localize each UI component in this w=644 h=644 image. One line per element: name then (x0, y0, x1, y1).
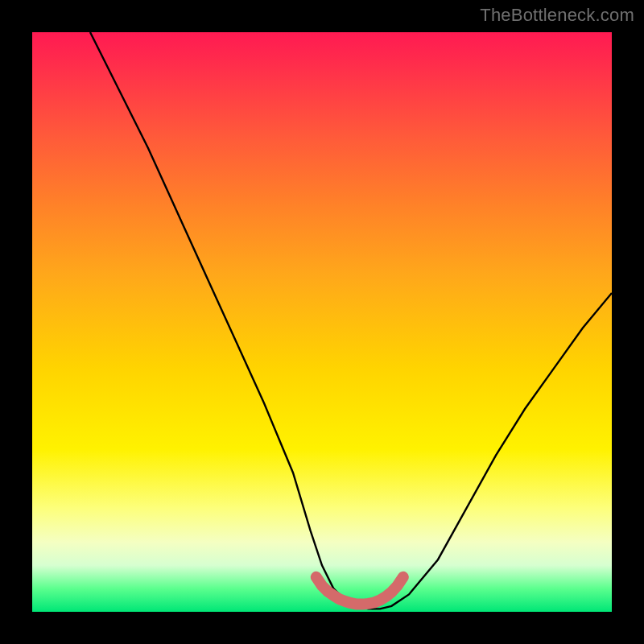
chart-svg (32, 32, 612, 612)
chart-frame: TheBottleneck.com (0, 0, 644, 644)
watermark-text: TheBottleneck.com (480, 5, 634, 26)
bottleneck-curve (90, 32, 612, 609)
good-band (316, 577, 403, 605)
chart-plot-area (32, 32, 612, 612)
